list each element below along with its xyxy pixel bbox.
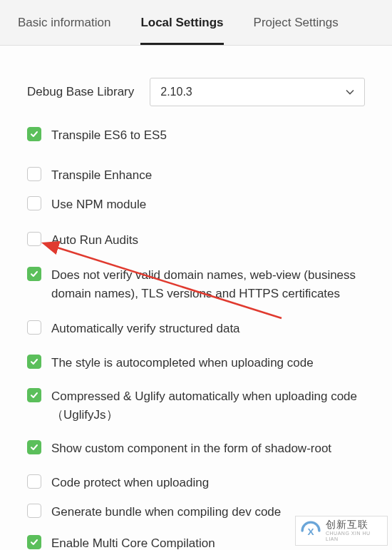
checkbox[interactable]: [27, 167, 41, 181]
option-label[interactable]: Does not verify valid domain names, web-…: [51, 266, 365, 302]
tab-basic-information[interactable]: Basic information: [18, 0, 110, 43]
option-label[interactable]: Code protect when uploading: [51, 474, 209, 492]
debug-base-library-value: 2.10.3: [160, 86, 192, 98]
chevron-down-icon: [346, 88, 354, 96]
watermark-logo-icon: X: [299, 519, 323, 543]
option-list: Transpile ES6 to ES5Transpile EnhanceUse…: [27, 126, 365, 550]
checkbox[interactable]: [27, 320, 41, 335]
option-row: Code protect when uploading: [27, 474, 365, 492]
watermark-text-cn: 创新互联: [326, 519, 383, 531]
debug-base-library-row: Debug Base Library 2.10.3: [27, 78, 365, 106]
option-label[interactable]: Compressed & Uglify automatically when u…: [51, 387, 365, 424]
svg-text:X: X: [307, 526, 314, 537]
option-row: Does not verify valid domain names, web-…: [27, 266, 365, 302]
checkbox[interactable]: [27, 267, 41, 281]
tab-local-settings[interactable]: Local Settings: [140, 0, 223, 45]
checkbox[interactable]: [27, 388, 41, 402]
settings-content: Debug Base Library 2.10.3 Transpile ES6 …: [0, 46, 392, 550]
checkbox[interactable]: [27, 232, 41, 246]
watermark-text-en: CHUANG XIN HU LIAN: [326, 531, 383, 543]
checkbox[interactable]: [27, 127, 41, 141]
checkbox[interactable]: [27, 196, 41, 210]
option-row: Use NPM module: [27, 195, 365, 214]
option-row: Transpile Enhance: [27, 166, 365, 185]
option-label[interactable]: Enable Multi Core Compilation: [51, 534, 215, 551]
option-label[interactable]: Automatically verify structured data: [51, 320, 240, 338]
option-label[interactable]: Transpile Enhance: [51, 166, 152, 185]
option-label[interactable]: The style is autocompleted when uploadin…: [51, 354, 314, 372]
option-row: Auto Run Audits: [27, 231, 365, 250]
settings-tabs: Basic information Local Settings Project…: [0, 0, 392, 46]
watermark: X 创新互联 CHUANG XIN HU LIAN: [295, 516, 388, 546]
option-label[interactable]: Auto Run Audits: [51, 231, 138, 250]
option-row: Show custom component in the form of sha…: [27, 439, 365, 458]
option-row: The style is autocompleted when uploadin…: [27, 354, 365, 372]
tab-project-settings[interactable]: Project Settings: [254, 0, 339, 43]
option-label[interactable]: Generate bundle when compiling dev code: [51, 503, 281, 521]
debug-base-library-select[interactable]: 2.10.3: [150, 78, 365, 106]
checkbox[interactable]: [27, 440, 41, 454]
option-row: Transpile ES6 to ES5: [27, 126, 365, 145]
option-row: Compressed & Uglify automatically when u…: [27, 387, 365, 424]
checkbox[interactable]: [27, 355, 41, 369]
checkbox[interactable]: [27, 535, 41, 549]
option-label[interactable]: Show custom component in the form of sha…: [51, 439, 331, 458]
checkbox[interactable]: [27, 504, 41, 518]
checkbox[interactable]: [27, 474, 41, 489]
option-row: Automatically verify structured data: [27, 320, 365, 338]
debug-base-library-label: Debug Base Library: [27, 85, 134, 99]
option-label[interactable]: Use NPM module: [51, 195, 146, 214]
option-label[interactable]: Transpile ES6 to ES5: [51, 126, 167, 145]
